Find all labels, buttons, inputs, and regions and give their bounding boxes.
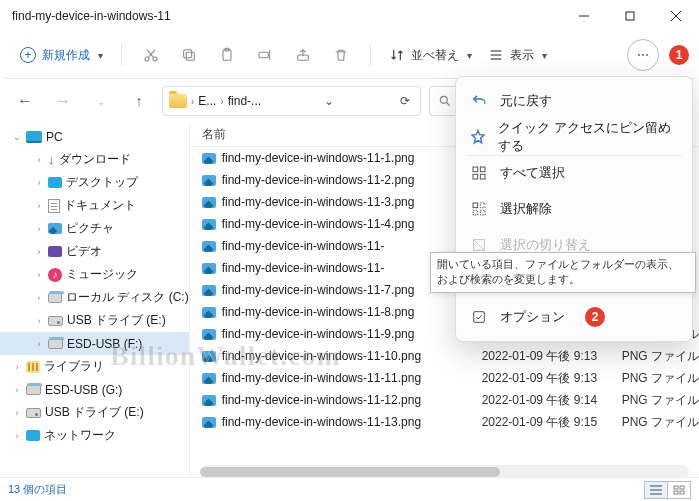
tree-label: ローカル ディスク (C:) — [66, 289, 189, 306]
file-date: 2022-01-09 午後 9:15 — [482, 414, 622, 431]
search-icon — [438, 94, 452, 108]
videos-icon — [48, 246, 62, 257]
copy-button[interactable] — [172, 40, 206, 70]
minimize-button[interactable] — [561, 0, 607, 32]
new-button[interactable]: + 新規作成 ▾ — [14, 43, 109, 68]
collapse-icon[interactable]: ⌄ — [12, 132, 22, 142]
rename-button[interactable] — [248, 40, 282, 70]
image-file-icon — [202, 263, 216, 274]
tree-item-videos[interactable]: ›ビデオ — [0, 240, 189, 263]
chevron-down-icon[interactable]: ⌄ — [320, 94, 338, 108]
sort-button[interactable]: 並べ替え ▾ — [383, 43, 478, 68]
tree-item-downloads[interactable]: ›↓ダウンロード — [0, 148, 189, 171]
image-file-icon — [202, 395, 216, 406]
tree-label: ネットワーク — [44, 427, 116, 444]
svg-rect-34 — [674, 486, 678, 489]
view-button[interactable]: 表示 ▾ — [482, 43, 553, 68]
file-name: find-my-device-in-windows-11-1.png — [202, 151, 482, 165]
tree-item-documents[interactable]: ›ドキュメント — [0, 194, 189, 217]
separator — [370, 44, 371, 66]
window-title: find-my-device-in-windows-11 — [12, 9, 561, 23]
file-row[interactable]: find-my-device-in-windows-11-11.png2022-… — [190, 367, 699, 389]
image-file-icon — [202, 197, 216, 208]
tree-item-pc[interactable]: ⌄PC — [0, 125, 189, 148]
menu-select-all[interactable]: すべて選択 — [456, 155, 692, 191]
breadcrumb-segment[interactable]: E... — [198, 94, 216, 108]
sort-icon — [389, 47, 405, 63]
file-row[interactable]: find-my-device-in-windows-11-13.png2022-… — [190, 411, 699, 433]
usb-drive-icon — [48, 316, 63, 326]
tree-label: ドキュメント — [64, 197, 136, 214]
new-button-label: 新規作成 — [42, 47, 90, 64]
svg-rect-22 — [473, 174, 478, 179]
file-name: find-my-device-in-windows-11-13.png — [202, 415, 482, 429]
forward-button[interactable]: → — [48, 86, 78, 116]
share-button[interactable] — [286, 40, 320, 70]
image-file-icon — [202, 417, 216, 428]
thumbnails-view-button[interactable] — [667, 481, 691, 499]
close-button[interactable] — [653, 0, 699, 32]
tree-item-libraries[interactable]: ›ライブラリ — [0, 355, 189, 378]
breadcrumb-segment[interactable]: find-... — [228, 94, 261, 108]
details-view-button[interactable] — [644, 481, 668, 499]
undo-icon — [470, 93, 488, 109]
tree-label: ビデオ — [66, 243, 102, 260]
chevron-right-icon: › — [191, 96, 194, 107]
svg-rect-1 — [626, 12, 634, 20]
recent-button[interactable]: ⌄ — [86, 86, 116, 116]
paste-button[interactable] — [210, 40, 244, 70]
cut-button[interactable] — [134, 40, 168, 70]
column-name[interactable]: 名前 — [202, 126, 482, 143]
tree-item-usb-e2[interactable]: ›USB ドライブ (E:) — [0, 401, 189, 424]
image-file-icon — [202, 241, 216, 252]
image-file-icon — [202, 329, 216, 340]
file-name: find-my-device-in-windows-11-4.png — [202, 217, 482, 231]
status-bar: 13 個の項目 — [0, 477, 699, 501]
file-name: find-my-device-in-windows-11-10.png — [202, 349, 482, 363]
tree-item-music[interactable]: ›♪ミュージック — [0, 263, 189, 286]
tree-item-esd-usb[interactable]: ›ESD-USB (F:) — [0, 332, 189, 355]
scrollbar-thumb[interactable] — [200, 467, 500, 477]
tree-item-local-c[interactable]: ›ローカル ディスク (C:) — [0, 286, 189, 309]
menu-pin[interactable]: クイック アクセスにピン留めする — [456, 119, 692, 155]
image-file-icon — [202, 153, 216, 164]
delete-button[interactable] — [324, 40, 358, 70]
command-bar: + 新規作成 ▾ 並べ替え ▾ 表示 ▾ ⋯ 1 — [0, 32, 699, 78]
svg-rect-8 — [186, 52, 194, 60]
usb-drive-icon — [26, 385, 41, 395]
tree-label: ライブラリ — [44, 358, 104, 375]
file-name: find-my-device-in-windows-11-11.png — [202, 371, 482, 385]
ellipsis-icon: ⋯ — [637, 48, 649, 62]
svg-rect-30 — [474, 312, 485, 323]
menu-undo[interactable]: 元に戻す — [456, 83, 692, 119]
tree-item-network[interactable]: ›ネットワーク — [0, 424, 189, 447]
breadcrumb[interactable]: › E... › find-... ⌄ ⟳ — [162, 86, 421, 116]
file-date: 2022-01-09 午後 9:13 — [482, 370, 622, 387]
svg-point-18 — [440, 96, 447, 103]
more-menu: 元に戻す クイック アクセスにピン留めする すべて選択 選択解除 選択の切り替え… — [455, 76, 693, 342]
desktop-icon — [48, 177, 62, 188]
chevron-down-icon: ▾ — [542, 50, 547, 61]
menu-label: すべて選択 — [500, 164, 565, 182]
file-type: PNG ファイル — [622, 348, 699, 365]
folder-icon — [169, 94, 187, 108]
tree-item-desktop[interactable]: ›デスクトップ — [0, 171, 189, 194]
menu-options[interactable]: オプション 2 — [456, 299, 692, 335]
refresh-icon[interactable]: ⟳ — [396, 94, 414, 108]
tree-item-pictures[interactable]: ›ピクチャ — [0, 217, 189, 240]
file-type: PNG ファイル — [622, 414, 699, 431]
back-button[interactable]: ← — [10, 86, 40, 116]
maximize-button[interactable] — [607, 0, 653, 32]
menu-select-none[interactable]: 選択解除 — [456, 191, 692, 227]
pictures-icon — [48, 223, 62, 234]
file-row[interactable]: find-my-device-in-windows-11-10.png2022-… — [190, 345, 699, 367]
tree-item-usb-e[interactable]: ›USB ドライブ (E:) — [0, 309, 189, 332]
image-file-icon — [202, 307, 216, 318]
file-name: find-my-device-in-windows-11-3.png — [202, 195, 482, 209]
more-button[interactable]: ⋯ — [627, 39, 659, 71]
star-icon — [470, 129, 486, 145]
tree-item-esd-g[interactable]: ›ESD-USB (G:) — [0, 378, 189, 401]
up-button[interactable]: ↑ — [124, 86, 154, 116]
separator — [121, 44, 122, 66]
file-row[interactable]: find-my-device-in-windows-11-12.png2022-… — [190, 389, 699, 411]
